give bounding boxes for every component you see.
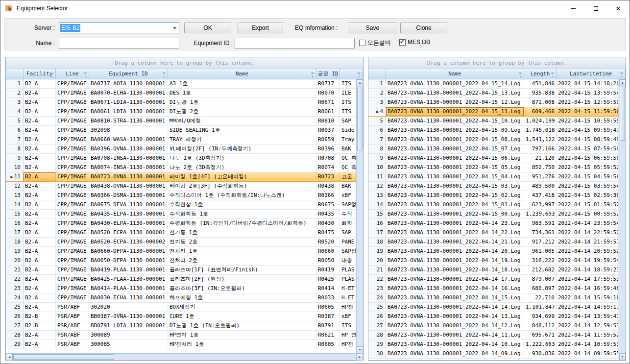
cell[interactable]: HP전 [340,303,356,312]
cell[interactable]: 수직 [340,210,356,218]
filter-icon[interactable] [50,73,54,74]
cell[interactable]: R0671 [316,98,340,107]
cell[interactable]: Tray [340,135,356,144]
cell[interactable]: xBF [340,191,356,200]
table-row[interactable]: 14B2-ACPP/IMAGEBA0675-DEVA-1130-000001수직… [6,200,356,210]
cell[interactable]: CPP/IMAGE [56,200,89,209]
cell[interactable]: 화학 [340,219,356,228]
table-row[interactable]: 6B2-ACPP/IMAGE302098SIDE SEALING 1호R0037… [6,126,356,135]
cell[interactable]: CPP/IMAGE [56,154,89,163]
cell[interactable]: 917,212 [524,238,557,246]
cell[interactable]: 609,466 [524,107,557,116]
cell[interactable]: BA0723-OVNA-1130-000001_2022-04-15_05.Lo… [386,163,524,172]
cell[interactable]: BA0723-OVNA-1130-000001_2022-04-15_13.Lo… [386,89,524,97]
column-header[interactable]: Name [168,69,316,79]
vertical-scrollbar[interactable]: ▲ ▼ [619,79,626,360]
cell[interactable]: VL베이킹[2F] (IN:두께측정기) [168,145,316,153]
cell[interactable]: B2-B [24,312,56,321]
cell[interactable]: B2-B [24,321,56,330]
cell[interactable]: BA0723-OVNA-1130-000001_2022-04-14_15.Lo… [386,293,524,302]
cell[interactable]: B2-A [24,79,56,88]
cell[interactable]: BA0723-OVNA-1130-000001_2022-04-14_16.Lo… [386,284,524,293]
cell[interactable]: R0414 [316,284,340,293]
cell[interactable]: CPP/IMAGE [56,293,89,302]
cell[interactable]: 베이킹 1호[4F] (고온베이킹) [168,172,316,181]
cell[interactable]: HP연마 1호 [168,331,316,340]
cell[interactable]: CPP/IMAGE [56,182,89,191]
filter-icon[interactable] [518,73,522,74]
table-row[interactable]: 22B2-ACPP/IMAGEBA0425-PLAA-1130-000001플라… [6,275,356,284]
cell[interactable]: R0430 [316,219,340,228]
cell[interactable]: BA0723-OVNA-1130-000001_2022-04-14_13.Lo… [386,312,524,321]
cell[interactable]: 플라즈마[2F] (현상) [168,275,316,284]
cell[interactable]: B2-A [24,219,56,228]
cell[interactable]: CPP/IMAGE [56,238,89,246]
cell[interactable]: 680,897 [524,284,557,293]
cell[interactable]: 1,541,122 [524,135,557,144]
cell[interactable]: BA0074-INSA-1130-000001 [89,163,168,172]
all-equipment-checkbox[interactable]: 모든설비 [359,39,391,47]
cell[interactable]: 879,007 [524,275,557,284]
table-row[interactable]: 20BA0723-OVNA-1130-000001_2022-04-14_19.… [368,256,619,266]
filter-icon[interactable] [83,73,87,74]
cell[interactable]: DI노광 1호 (IN:오토필러) [168,321,316,330]
cell[interactable]: 21,120 [524,154,557,163]
cell[interactable]: 212,682 [524,266,557,274]
table-row[interactable]: 8B2-ACPP/IMAGEBA0396-OVNA-1130-000001VL베… [6,145,356,154]
cell[interactable]: B2-A [24,340,56,349]
table-row[interactable]: 16BA0723-OVNA-1130-000001_2022-04-14_23.… [368,219,619,228]
table-row[interactable]: 6BA0723-OVNA-1130-000001_2022-04-15_09.L… [368,126,619,135]
cell[interactable]: B2-A [24,126,56,135]
scrollbar-track[interactable] [13,354,356,360]
table-row[interactable]: ▶11B2-ACPP/IMAGEBA0723-OVNA-1130-000001베… [6,172,356,182]
cell[interactable]: CPP/IMAGE [56,126,89,135]
scrollbar-track[interactable] [619,86,626,353]
cell[interactable]: CPP/IMAGE [56,191,89,200]
cell[interactable]: 1,101,847 [524,303,557,312]
table-row[interactable]: 17B2-ACPP/IMAGEBA0520-ECPA-1130-000001전기… [6,228,356,238]
scrollbar-thumb[interactable] [357,87,363,150]
horizontal-scrollbar[interactable]: ◀ ▶ [6,353,363,360]
cell[interactable]: 797,166 [524,145,557,153]
chevron-down-icon[interactable] [170,23,179,33]
filter-icon[interactable] [357,73,361,74]
cell[interactable]: CURE 1호 [168,312,316,321]
cell[interactable]: BA0723-OVNA-1130-000001_2022-04-14_22.Lo… [386,228,524,237]
cell[interactable]: BB0791-LDIA-1130-000001 [89,321,168,330]
cell[interactable]: B2-A [24,135,56,144]
cell[interactable]: BAK [340,145,356,153]
cell[interactable]: SAP [340,228,356,237]
cell[interactable]: B2-A [24,266,56,274]
cell[interactable]: R0050 [316,256,340,265]
cell[interactable]: BA0430-ELPA-1130-000001 [89,219,168,228]
table-row[interactable]: 1BA0723-OVNA-1130-000001_2022-04-15_14.L… [368,79,619,89]
cell[interactable]: HP전 [340,340,356,349]
table-row[interactable]: 22BA0723-OVNA-1130-000001_2022-04-14_17.… [368,275,619,284]
cell[interactable]: DI노광 1호 [168,98,316,107]
cell[interactable]: B2-A [24,210,56,218]
cell[interactable]: BA0723-OVNA-1130-000001_2022-04-15_11.Lo… [386,107,524,116]
cell[interactable]: CPP/IMAGE [56,210,89,218]
cell[interactable]: 2022-04-15 00:59:52 [557,210,619,218]
cell[interactable]: 하프에칭 1호 [168,293,316,302]
cell[interactable]: PSR/ABF [56,340,89,349]
cell[interactable]: CPP/IMAGE [56,266,89,274]
cell[interactable]: 2022-04-15 12:59:59 [557,98,619,107]
cell[interactable]: BA0723-OVNA-1130-000001_2022-04-14_18.Lo… [386,266,524,274]
cell[interactable]: 852,750 [524,163,557,172]
cell[interactable]: BA0723-OVNA-1130-000001_2022-04-15_04.Lo… [386,172,524,181]
cell[interactable]: 930,836 [524,349,557,358]
cell[interactable]: R0419 [316,266,340,274]
cell[interactable]: ITS [340,79,356,88]
cell[interactable]: ITS [340,98,356,107]
cell[interactable]: CPP/IMAGE [56,89,89,97]
cell[interactable]: 나노 1호 (3D측정기) [168,154,316,163]
cell[interactable]: 전기동 2호 [168,238,316,246]
cell[interactable]: 2022-04-15 05:59:52 [557,163,619,172]
table-row[interactable]: 29BA0723-OVNA-1130-000001_2022-04-14_10.… [368,340,619,349]
column-header[interactable]: Line [56,69,89,79]
cell[interactable]: 2022-04-15 02:59:36 [557,191,619,200]
cell[interactable]: R0621 [316,331,340,340]
cell[interactable]: 316,222 [524,256,557,265]
cell[interactable]: R0396 [316,145,340,153]
